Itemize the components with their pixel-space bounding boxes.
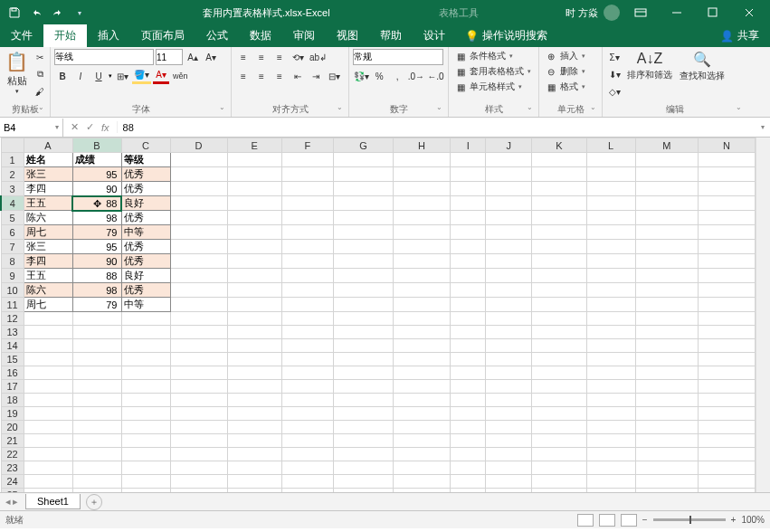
comma-format-icon[interactable]: , [389, 68, 405, 84]
cell-G10[interactable] [333, 283, 393, 298]
sort-filter-button[interactable]: A↓Z 排序和筛选 [624, 49, 675, 83]
cell-B7[interactable]: 95 [72, 240, 121, 254]
cell-G15[interactable] [333, 353, 393, 366]
cell-D2[interactable] [170, 167, 227, 182]
col-header-B[interactable]: B [72, 138, 121, 153]
cell-A17[interactable] [24, 380, 72, 394]
cell-E15[interactable] [227, 353, 281, 366]
cell-E4[interactable] [227, 196, 281, 211]
cell-F22[interactable] [281, 448, 333, 461]
cell-D20[interactable] [170, 421, 227, 434]
tab-review[interactable]: 审阅 [282, 24, 326, 47]
clear-icon[interactable]: ◇▾ [606, 83, 623, 100]
cell-D24[interactable] [170, 475, 227, 489]
phonetic-icon[interactable]: wěn [171, 68, 190, 84]
row-header-6[interactable]: 6 [1, 225, 24, 240]
cell-G21[interactable] [333, 434, 393, 448]
cell-I7[interactable] [451, 240, 486, 254]
format-painter-icon[interactable]: 🖌 [32, 83, 48, 100]
cell-I12[interactable] [451, 312, 486, 326]
cell-L4[interactable] [586, 196, 635, 211]
cell-F2[interactable] [281, 167, 333, 182]
cell-K10[interactable] [532, 283, 586, 298]
cell-E8[interactable] [227, 254, 281, 269]
row-header-11[interactable]: 11 [1, 298, 24, 312]
cell-E14[interactable] [227, 339, 281, 353]
cell-J4[interactable] [486, 196, 532, 211]
cell-B19[interactable] [72, 407, 121, 421]
cell-F19[interactable] [281, 407, 333, 421]
cell-H15[interactable] [393, 353, 450, 366]
cancel-formula-icon[interactable]: ✕ [71, 121, 79, 133]
cell-H24[interactable] [393, 475, 450, 489]
cell-I5[interactable] [451, 211, 486, 225]
cell-J19[interactable] [486, 407, 532, 421]
cell-F17[interactable] [281, 380, 333, 394]
cell-N11[interactable] [698, 298, 755, 312]
cell-D25[interactable] [170, 489, 227, 493]
formula-input[interactable]: 88 [118, 122, 756, 133]
cell-I21[interactable] [451, 434, 486, 448]
cell-C1[interactable]: 等级 [121, 153, 170, 167]
cell-K22[interactable] [532, 448, 586, 461]
cell-L16[interactable] [586, 366, 635, 380]
row-header-7[interactable]: 7 [1, 240, 24, 254]
cell-E18[interactable] [227, 394, 281, 407]
cell-J9[interactable] [486, 269, 532, 283]
cell-N19[interactable] [698, 407, 755, 421]
cell-E20[interactable] [227, 421, 281, 434]
cell-D3[interactable] [170, 182, 227, 196]
cell-K25[interactable] [532, 489, 586, 493]
cell-F8[interactable] [281, 254, 333, 269]
cell-F25[interactable] [281, 489, 333, 493]
format-cells-button[interactable]: ▦格式▾ [543, 80, 598, 94]
cell-J15[interactable] [486, 353, 532, 366]
cell-C25[interactable] [121, 489, 170, 493]
cell-A9[interactable]: 王五 [24, 269, 72, 283]
row-header-12[interactable]: 12 [1, 312, 24, 326]
tab-insert[interactable]: 插入 [87, 24, 130, 47]
cell-M16[interactable] [635, 366, 698, 380]
cell-F13[interactable] [281, 326, 333, 339]
cell-G20[interactable] [333, 421, 393, 434]
cell-L15[interactable] [586, 353, 635, 366]
cell-G9[interactable] [333, 269, 393, 283]
tell-me-search[interactable]: 💡 操作说明搜索 [456, 24, 556, 47]
cell-J6[interactable] [486, 225, 532, 240]
cell-C12[interactable] [121, 312, 170, 326]
number-format-select[interactable] [353, 49, 443, 65]
cell-E6[interactable] [227, 225, 281, 240]
paste-button[interactable]: 📋 粘贴 ▾ [4, 49, 30, 97]
cell-G13[interactable] [333, 326, 393, 339]
cell-K14[interactable] [532, 339, 586, 353]
font-color-icon[interactable]: A▾ [153, 68, 169, 84]
cell-K18[interactable] [532, 394, 586, 407]
cell-K23[interactable] [532, 461, 586, 475]
row-header-3[interactable]: 3 [1, 182, 24, 196]
cell-K20[interactable] [532, 421, 586, 434]
cell-C7[interactable]: 优秀 [121, 240, 170, 254]
row-header-19[interactable]: 19 [1, 407, 24, 421]
cell-I25[interactable] [451, 489, 486, 493]
row-header-5[interactable]: 5 [1, 211, 24, 225]
cell-G22[interactable] [333, 448, 393, 461]
format-as-table-button[interactable]: ▦套用表格格式▾ [452, 64, 535, 79]
cell-M25[interactable] [635, 489, 698, 493]
cell-I14[interactable] [451, 339, 486, 353]
cell-J17[interactable] [486, 380, 532, 394]
cell-C5[interactable]: 优秀 [121, 211, 170, 225]
cell-G17[interactable] [333, 380, 393, 394]
tab-formulas[interactable]: 公式 [195, 24, 239, 47]
cell-M12[interactable] [635, 312, 698, 326]
cell-M14[interactable] [635, 339, 698, 353]
cell-K19[interactable] [532, 407, 586, 421]
cell-C9[interactable]: 良好 [121, 269, 170, 283]
cell-F24[interactable] [281, 475, 333, 489]
cell-M6[interactable] [635, 225, 698, 240]
cell-J20[interactable] [486, 421, 532, 434]
cell-J18[interactable] [486, 394, 532, 407]
cell-E2[interactable] [227, 167, 281, 182]
cell-L3[interactable] [586, 182, 635, 196]
increase-font-icon[interactable]: A▴ [185, 49, 201, 65]
cell-L18[interactable] [586, 394, 635, 407]
